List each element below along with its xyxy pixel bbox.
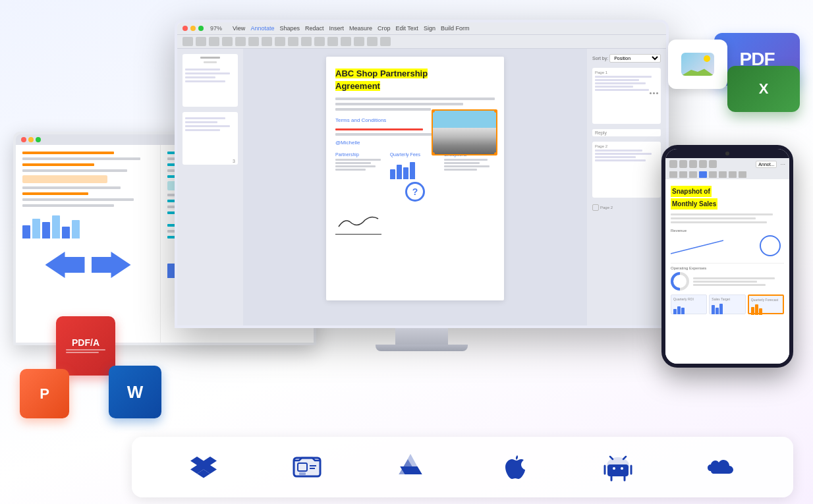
toolbar-btn[interactable] <box>209 37 219 46</box>
exp-line <box>693 281 757 283</box>
toolbar-btn[interactable] <box>380 37 391 46</box>
phone-tb-btn[interactable] <box>689 171 697 178</box>
phone-tb-btn[interactable] <box>729 171 737 178</box>
phone-tb-btn[interactable] <box>669 171 677 178</box>
toolbar-btn[interactable] <box>248 37 259 46</box>
toolbar-btn[interactable] <box>314 37 325 46</box>
phone-more-icon[interactable]: ··· <box>780 161 785 167</box>
phone-screen: Annot... ··· Snapshot of Monthl <box>665 149 789 364</box>
pdfa-label: PDF/A <box>72 337 99 348</box>
phone-annot-button[interactable]: Annot... <box>756 161 777 168</box>
toolbar-btn[interactable] <box>327 37 338 46</box>
menu-crop[interactable]: Crop <box>378 25 391 32</box>
dropbox-icon[interactable] <box>184 447 223 487</box>
sort-select[interactable]: Position <box>609 54 661 63</box>
toolbar-btn[interactable] <box>301 37 312 46</box>
ph-line <box>671 217 756 219</box>
toolbar-btn[interactable] <box>222 37 233 46</box>
menu-buildform[interactable]: Build Form <box>441 25 470 32</box>
toolbar-btn[interactable] <box>275 37 285 46</box>
rt-line <box>595 82 646 84</box>
phone-toolbar-icon[interactable] <box>689 160 697 168</box>
app-icons-bar <box>132 437 793 497</box>
phone-toolbar-icon[interactable] <box>669 160 677 168</box>
menu-measure[interactable]: Measure <box>349 25 372 32</box>
phone-toolbar-icon[interactable] <box>699 160 707 168</box>
col-line <box>335 165 376 167</box>
phone-tb-btn[interactable] <box>679 171 687 178</box>
android-icon[interactable] <box>598 447 638 487</box>
phone-toolbar-row2 <box>665 170 789 179</box>
mini-cell-label: Sales Target <box>712 297 743 301</box>
toolbar-btn[interactable] <box>354 37 364 46</box>
browser-dot-green <box>36 137 41 142</box>
document-page: ABC Shop Partnership Agreement <box>326 57 504 300</box>
thumbnail-2[interactable]: 3 <box>182 112 238 165</box>
col-line <box>444 165 490 167</box>
toolbar-btn[interactable] <box>288 37 298 46</box>
line <box>22 152 114 154</box>
right-thumbnail-2[interactable]: Page 2 <box>592 142 661 198</box>
phone-camera <box>725 152 729 155</box>
phone-tb-btn[interactable] <box>739 171 746 178</box>
minimize-button[interactable] <box>190 26 196 31</box>
menu-shapes[interactable]: Shapes <box>279 25 300 32</box>
menu-view[interactable]: View <box>233 25 245 32</box>
menu-annotate[interactable]: Annotate <box>250 25 274 32</box>
expenses-lines <box>693 277 784 286</box>
mini-cell-roi: Quarterly ROI <box>671 294 707 314</box>
maximize-button[interactable] <box>198 26 204 31</box>
menu-redact[interactable]: Redact <box>305 25 324 32</box>
thumbnail-panel: 3 <box>177 49 243 325</box>
word-label: W <box>127 382 144 403</box>
toolbar-btn[interactable] <box>367 37 378 46</box>
word-badge: W <box>109 366 161 418</box>
col-line <box>444 169 477 171</box>
main-scene: 97% View Annotate Shapes Redact Insert M… <box>0 0 813 504</box>
phone-toolbar-icon[interactable] <box>709 160 717 168</box>
toolbar-btn[interactable] <box>196 37 206 46</box>
right-thumbnail-1[interactable]: Page 1 <box>592 68 661 124</box>
menu-insert[interactable]: Insert <box>329 25 344 32</box>
phone-content: Snapshot of Monthly Sales Revenue <box>665 179 789 364</box>
checkbox[interactable] <box>592 204 599 211</box>
menu-sign[interactable]: Sign <box>424 25 435 32</box>
page-label-1: Page 1 <box>595 70 658 74</box>
toolbar-btn[interactable] <box>341 37 351 46</box>
chart-bar <box>403 167 408 179</box>
phone-notch <box>665 149 789 158</box>
svg-rect-10 <box>607 464 629 476</box>
thumbnail-1[interactable] <box>182 54 238 107</box>
phone-toolbar-icon[interactable] <box>679 160 687 168</box>
resize-handle[interactable] <box>494 152 497 155</box>
svg-point-12 <box>621 467 623 470</box>
op-expenses-row: Operating Expenses <box>671 266 784 270</box>
phone-tb-btn[interactable] <box>719 171 727 178</box>
mini-bar <box>759 308 762 315</box>
highlight-block <box>22 175 107 183</box>
browser-dot-yellow <box>28 137 34 142</box>
phone-tb-btn-active[interactable] <box>699 171 707 178</box>
monitor-stand <box>395 328 448 345</box>
phone-title: Snapshot of Monthly Sales <box>671 184 784 210</box>
document-signature <box>335 213 495 235</box>
resize-handle[interactable] <box>494 109 497 113</box>
title-line1: ABC Shop Partnership <box>335 69 428 78</box>
phone-mini-grid: Quarterly ROI Sales Target <box>671 294 784 314</box>
resize-handle[interactable] <box>432 152 435 155</box>
menu-edittext[interactable]: Edit Text <box>396 25 418 32</box>
donut-fill <box>671 272 689 291</box>
gdrive-icon[interactable] <box>391 447 430 487</box>
line <box>22 192 88 195</box>
image-badge-icon <box>681 53 714 76</box>
toolbar-btn[interactable] <box>235 37 246 46</box>
xlsx-badge: X <box>727 66 800 112</box>
toolbar-btn[interactable] <box>262 37 272 46</box>
photobooth-icon[interactable] <box>287 447 327 487</box>
apple-icon[interactable] <box>495 447 534 487</box>
close-button[interactable] <box>182 26 188 31</box>
onedrive-icon[interactable] <box>702 447 741 487</box>
phone-tb-btn[interactable] <box>709 171 717 178</box>
toolbar-btn[interactable] <box>182 37 193 46</box>
exp-line <box>693 277 775 279</box>
